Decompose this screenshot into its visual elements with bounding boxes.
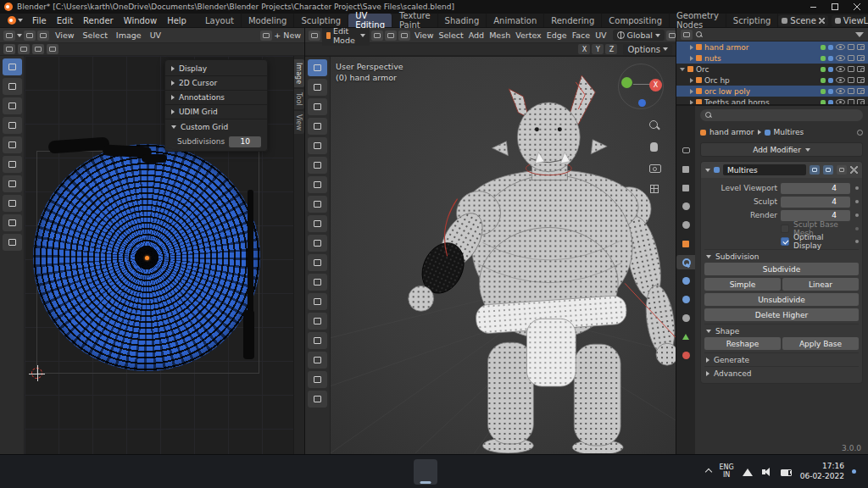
mirror-axis-button[interactable]: Z — [605, 44, 617, 54]
minimize-button[interactable] — [802, 0, 824, 14]
extrude-tool[interactable] — [308, 254, 327, 271]
animate-dot-icon[interactable] — [855, 240, 859, 243]
battery-icon[interactable] — [781, 466, 793, 478]
whatsapp-icon[interactable] — [305, 459, 329, 485]
properties-tab-view-layer[interactable] — [676, 180, 695, 195]
disable-in-viewport-icon[interactable] — [848, 77, 854, 83]
rotate-tool[interactable] — [308, 137, 327, 154]
close-button[interactable] — [846, 0, 868, 14]
modifier-panel-header[interactable]: Multires — [701, 162, 862, 178]
outliner-row-orc-hp[interactable]: Orc hp — [676, 75, 868, 86]
steam-icon[interactable] — [197, 459, 220, 485]
spin-tool[interactable] — [308, 371, 327, 388]
firefox-icon[interactable] — [441, 459, 465, 485]
viewport-menu[interactable]: UV — [593, 30, 609, 40]
inset-faces-tool[interactable] — [308, 274, 327, 291]
outliner-row-teeths-and-horns[interactable]: Teeths and horns — [676, 97, 868, 106]
breadcrumb-object[interactable]: hand armor — [709, 128, 754, 136]
uv-select-vertex-icon[interactable] — [3, 44, 15, 54]
hide-in-viewport-icon[interactable] — [836, 99, 845, 105]
properties-tab-material[interactable] — [676, 348, 695, 363]
properties-tab-physics[interactable] — [676, 292, 695, 307]
task-view-icon[interactable] — [61, 459, 85, 485]
workspace-tab[interactable]: Texture Paint — [392, 14, 438, 27]
smooth-tool[interactable] — [308, 391, 327, 408]
properties-tab-scene[interactable] — [676, 199, 695, 214]
disable-in-render-icon[interactable] — [857, 66, 865, 72]
snap-icon[interactable] — [37, 30, 49, 41]
vertex-select-icon[interactable] — [371, 30, 383, 41]
image-browse-icon[interactable] — [260, 30, 272, 41]
transform-tool[interactable] — [308, 176, 327, 193]
cursor-tool[interactable] — [308, 98, 327, 115]
wifi-icon[interactable] — [742, 466, 754, 478]
expand-icon[interactable] — [690, 56, 693, 61]
volume-icon[interactable] — [761, 466, 773, 478]
navigation-gizmo[interactable]: X — [618, 64, 664, 109]
gizmo-z-axis[interactable] — [638, 99, 646, 107]
scale-tool[interactable] — [3, 156, 22, 173]
pan-hand-icon[interactable] — [648, 141, 660, 152]
properties-tab-constraints[interactable] — [676, 311, 695, 325]
show-in-viewport-toggle[interactable] — [823, 165, 833, 175]
menubar-menu[interactable]: Help — [162, 15, 192, 26]
number-field[interactable]: 4 — [781, 197, 850, 208]
add-modifier-button[interactable]: Add Modifier — [700, 142, 863, 157]
sidebar-tab[interactable]: View — [294, 111, 304, 134]
menubar-menu[interactable]: Window — [119, 15, 162, 26]
hide-in-viewport-icon[interactable] — [836, 77, 845, 83]
properties-tab-modifiers[interactable] — [676, 255, 695, 269]
overlay-section-header[interactable]: Display — [165, 62, 267, 76]
disable-in-viewport-icon[interactable] — [848, 55, 854, 61]
gizmo-y-axis[interactable] — [621, 77, 632, 88]
add-cube-tool[interactable] — [308, 235, 327, 252]
discord-icon[interactable] — [170, 459, 193, 485]
editor-type-icon[interactable] — [681, 30, 693, 40]
cursor-tool[interactable] — [3, 97, 22, 114]
viewport-menu[interactable]: Vertex — [513, 30, 544, 40]
scale-tool[interactable] — [308, 157, 327, 174]
options-dropdown[interactable]: Options — [623, 44, 672, 55]
subdivide-button[interactable]: Subdivide — [704, 263, 859, 275]
animate-dot-icon[interactable] — [855, 186, 859, 190]
uv-menu[interactable]: View — [51, 30, 79, 40]
properties-tab-render[interactable] — [676, 143, 695, 158]
properties-tab-object-data[interactable] — [676, 330, 695, 344]
viewport-menu[interactable]: Select — [436, 30, 465, 40]
transform-orientation-selector[interactable]: Global — [613, 30, 665, 41]
animate-dot-icon[interactable] — [855, 227, 859, 230]
workspace-tab[interactable]: Sculpting — [294, 14, 348, 27]
mirror-axis-button[interactable]: Y — [592, 44, 604, 54]
disable-in-viewport-icon[interactable] — [848, 44, 854, 50]
outliner-row-nuts[interactable]: nuts — [676, 53, 868, 64]
uv-canvas[interactable]: Display 2D Cursor Annotations — [25, 56, 293, 454]
chrome-icon[interactable] — [142, 459, 166, 485]
file-explorer-icon[interactable] — [88, 459, 112, 485]
krita-icon[interactable] — [387, 459, 410, 485]
workspace-tab[interactable]: Shading — [438, 14, 487, 27]
filter-icon[interactable] — [855, 32, 864, 37]
measure-tool[interactable] — [3, 214, 22, 231]
animate-dot-icon[interactable] — [855, 200, 859, 203]
disable-in-render-icon[interactable] — [857, 77, 865, 83]
uv-select-face-icon[interactable] — [32, 44, 44, 54]
overlay-section-header[interactable]: UDIM Grid — [165, 105, 267, 119]
pivot-point-icon[interactable] — [666, 30, 676, 41]
collapsed-section-header[interactable]: Advanced — [704, 366, 859, 380]
move-tool[interactable] — [308, 118, 327, 135]
workspace-tab[interactable]: Layout — [198, 14, 242, 27]
unsubdivide-button[interactable]: Unsubdivide — [704, 293, 859, 306]
breadcrumb-modifier[interactable]: Multires — [774, 128, 804, 136]
select-box-tool[interactable] — [308, 79, 327, 96]
uv-menu[interactable]: UV — [146, 30, 165, 40]
expand-icon[interactable] — [680, 68, 685, 71]
reshape-button[interactable]: Reshape — [704, 337, 781, 350]
maximize-button[interactable] — [824, 0, 846, 14]
viewport-menu[interactable]: Face — [570, 30, 593, 40]
sidebar-tab[interactable]: Image — [294, 59, 304, 87]
editor-type-icon[interactable] — [3, 30, 15, 41]
delete-modifier-icon[interactable] — [850, 166, 858, 174]
loop-cut-tool[interactable] — [308, 313, 327, 330]
camera-view-icon[interactable] — [648, 162, 660, 174]
vscode-icon[interactable] — [359, 459, 383, 485]
